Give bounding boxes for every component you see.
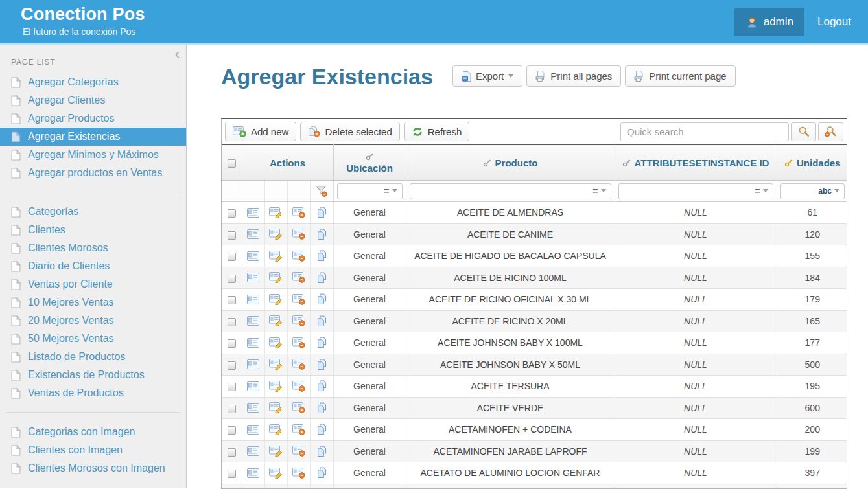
print-all-pages-button[interactable]: Print all pages — [526, 65, 621, 87]
delete-record-button[interactable] — [287, 398, 310, 419]
row-checkbox[interactable] — [228, 296, 236, 304]
view-record-button[interactable] — [242, 376, 264, 397]
row-checkbox[interactable] — [228, 231, 236, 240]
delete-record-button[interactable] — [287, 202, 310, 223]
row-checkbox[interactable] — [228, 383, 236, 391]
filter-unidades-input[interactable] — [781, 184, 814, 199]
edit-record-button[interactable] — [264, 462, 287, 484]
column-header-unidades[interactable]: Unidades — [777, 145, 847, 181]
filter-attributesetinstance-id-input[interactable] — [619, 184, 751, 199]
sidebar-item[interactable]: Agregar Minimos y Máximos — [0, 146, 186, 164]
row-checkbox[interactable] — [228, 470, 236, 478]
row-checkbox[interactable] — [228, 426, 236, 435]
select-all-checkbox[interactable] — [228, 159, 236, 168]
sidebar-item[interactable]: Agregar productos en Ventas — [0, 164, 186, 182]
edit-record-button[interactable] — [264, 202, 287, 223]
filter-producto-operator[interactable]: = — [588, 186, 610, 196]
sidebar-item[interactable]: 20 Mejores Ventas — [0, 312, 186, 330]
edit-record-button[interactable] — [264, 245, 287, 267]
view-record-button[interactable] — [242, 267, 264, 289]
sidebar-item[interactable]: Agregar Existencias — [0, 128, 186, 146]
filter-producto-input[interactable] — [410, 184, 589, 199]
clear-filters-button[interactable] — [310, 181, 333, 201]
sidebar-item[interactable]: Listado de Productos — [0, 348, 186, 366]
delete-record-button[interactable] — [287, 332, 310, 354]
delete-record-button[interactable] — [287, 419, 310, 440]
delete-record-button[interactable] — [287, 311, 310, 332]
copy-record-button[interactable] — [310, 311, 333, 332]
row-checkbox[interactable] — [228, 253, 236, 261]
filter-ubicacion-operator[interactable]: = — [379, 186, 401, 196]
copy-record-button[interactable] — [310, 245, 333, 267]
delete-record-button[interactable] — [287, 441, 310, 462]
sidebar-item[interactable]: Clientes — [0, 221, 186, 239]
row-checkbox[interactable] — [228, 405, 236, 413]
edit-record-button[interactable] — [264, 311, 287, 332]
logout-link[interactable]: Logout — [817, 16, 851, 28]
delete-record-button[interactable] — [287, 462, 310, 484]
copy-record-button[interactable] — [310, 289, 333, 310]
column-header-actions[interactable]: Actions — [242, 145, 333, 181]
delete-record-button[interactable] — [287, 245, 310, 267]
edit-record-button[interactable] — [264, 376, 287, 397]
copy-record-button[interactable] — [310, 441, 333, 462]
sidebar-item[interactable]: Ventas de Productos — [0, 384, 186, 402]
copy-record-button[interactable] — [310, 224, 333, 245]
edit-record-button[interactable] — [264, 289, 287, 310]
view-record-button[interactable] — [242, 419, 264, 440]
copy-record-button[interactable] — [310, 267, 333, 289]
view-record-button[interactable] — [242, 202, 264, 223]
view-record-button[interactable] — [242, 311, 264, 332]
add-new-button[interactable]: Add new — [225, 122, 296, 141]
copy-record-button[interactable] — [310, 484, 333, 489]
view-record-button[interactable] — [242, 484, 264, 489]
view-record-button[interactable] — [242, 354, 264, 376]
view-record-button[interactable] — [242, 245, 264, 267]
print-current-page-button[interactable]: Print current page — [625, 65, 735, 87]
filter-ubicacion-input[interactable] — [338, 184, 380, 199]
sidebar-item[interactable]: Clientes con Imagen — [0, 441, 186, 459]
column-header-producto[interactable]: Producto — [406, 145, 615, 181]
sidebar-item[interactable]: Categorias con Imagen — [0, 423, 186, 441]
sidebar-item[interactable]: Agregar Categorías — [0, 73, 186, 91]
copy-record-button[interactable] — [310, 332, 333, 354]
row-checkbox[interactable] — [228, 361, 236, 370]
delete-record-button[interactable] — [287, 376, 310, 397]
sidebar-item[interactable]: Ventas por Cliente — [0, 275, 186, 293]
copy-record-button[interactable] — [310, 462, 333, 484]
sidebar-item[interactable]: 10 Mejores Ventas — [0, 293, 186, 312]
row-checkbox[interactable] — [228, 339, 236, 348]
edit-record-button[interactable] — [264, 354, 287, 376]
delete-record-button[interactable] — [287, 267, 310, 289]
view-record-button[interactable] — [242, 462, 264, 484]
copy-record-button[interactable] — [310, 419, 333, 440]
delete-record-button[interactable] — [287, 354, 310, 376]
edit-record-button[interactable] — [264, 441, 287, 462]
sidebar-collapse-icon[interactable]: ‹ — [175, 49, 180, 60]
edit-record-button[interactable] — [264, 332, 287, 354]
view-record-button[interactable] — [242, 398, 264, 419]
column-header-ubicacion[interactable]: Ubicación — [333, 145, 406, 181]
copy-record-button[interactable] — [310, 354, 333, 376]
delete-record-button[interactable] — [287, 484, 310, 489]
user-menu-button[interactable]: admin — [734, 8, 804, 36]
row-checkbox[interactable] — [228, 275, 236, 283]
clear-search-button[interactable] — [818, 122, 843, 141]
view-record-button[interactable] — [242, 224, 264, 245]
copy-record-button[interactable] — [310, 202, 333, 223]
delete-selected-button[interactable]: Delete selected — [300, 122, 399, 141]
sidebar-item[interactable]: Clientes Morosos con Imagen — [0, 459, 186, 477]
copy-record-button[interactable] — [310, 398, 333, 419]
sidebar-item[interactable]: 50 Mejores Ventas — [0, 330, 186, 348]
search-button[interactable] — [791, 122, 816, 141]
edit-record-button[interactable] — [264, 224, 287, 245]
delete-record-button[interactable] — [287, 289, 310, 310]
sidebar-item[interactable]: Clientes Morosos — [0, 239, 186, 257]
view-record-button[interactable] — [242, 332, 264, 354]
view-record-button[interactable] — [242, 441, 264, 462]
row-checkbox[interactable] — [228, 318, 236, 326]
edit-record-button[interactable] — [264, 398, 287, 419]
sidebar-item[interactable]: Existencias de Productos — [0, 366, 186, 384]
view-record-button[interactable] — [242, 289, 264, 310]
column-header-attributesetinstance-id[interactable]: ATTRIBUTESETINSTANCE ID — [615, 145, 777, 181]
